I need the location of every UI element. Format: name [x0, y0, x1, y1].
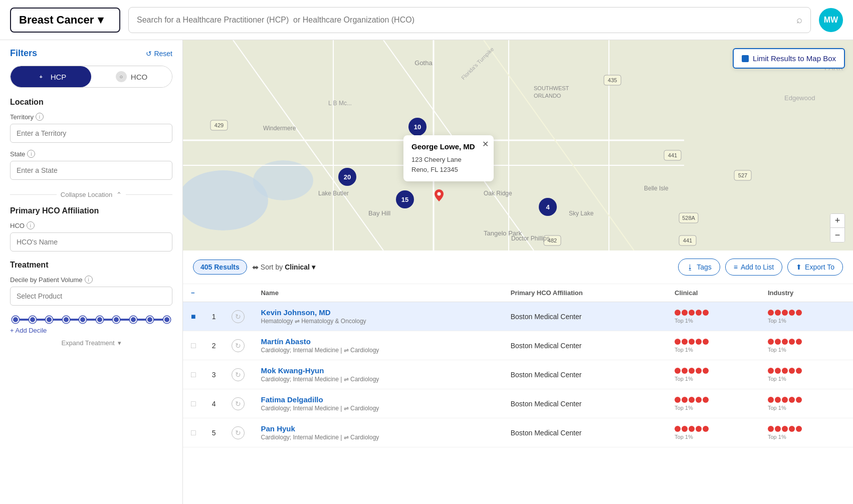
- add-decile-button[interactable]: + Add Decile: [10, 327, 172, 334]
- brand-label: Breast Cancer: [19, 14, 94, 27]
- slider-dot-7[interactable]: [113, 316, 120, 323]
- table-body: ■1↻Kevin Johnson, MDHematology ⇌ Hematol…: [183, 302, 853, 447]
- expand-treatment-button[interactable]: Expand Treatment ▾: [10, 339, 172, 347]
- row-checkbox[interactable]: □: [183, 389, 204, 418]
- add-to-list-button[interactable]: ≡ Add to List: [725, 259, 782, 276]
- profile-circle-icon[interactable]: ↻: [232, 310, 245, 323]
- profile-circle-icon[interactable]: ↻: [232, 426, 245, 439]
- row-name-cell: Martín AbastoCardiology; Internal Medici…: [253, 331, 502, 360]
- doctor-name[interactable]: Fatima Delgadillo: [261, 395, 494, 404]
- map-pin-4[interactable]: 4: [539, 198, 557, 216]
- row-name-cell: Pan HyukCardiology; Internal Medicine | …: [253, 418, 502, 447]
- svg-text:Sky Lake: Sky Lake: [569, 210, 594, 217]
- product-select[interactable]: [10, 287, 172, 306]
- state-input[interactable]: [10, 161, 172, 180]
- svg-text:ORLANDO: ORLANDO: [534, 93, 561, 99]
- hco-toggle-button[interactable]: ○ HCO: [91, 66, 172, 87]
- slider-dot-5[interactable]: [79, 316, 86, 323]
- zoom-out-button[interactable]: −: [830, 228, 844, 242]
- affiliation-header: Primary HCO Affiliation: [503, 284, 667, 302]
- row-checkbox[interactable]: ■: [183, 302, 204, 331]
- slider-dot-1[interactable]: [12, 316, 19, 323]
- checkbox-checked-icon[interactable]: ■: [191, 312, 196, 321]
- checkbox-unchecked-icon[interactable]: □: [191, 370, 196, 379]
- map-zoom-controls: + −: [830, 213, 845, 242]
- slider-dot-10[interactable]: [163, 316, 170, 323]
- row-icon-header: [224, 284, 253, 302]
- table-row: ■1↻Kevin Johnson, MDHematology ⇌ Hematol…: [183, 302, 853, 331]
- slider-dot-8[interactable]: [130, 316, 137, 323]
- clinical-top-pct: Top 1%: [675, 347, 693, 353]
- collapse-location-button[interactable]: Collapse Location ⌃: [10, 191, 172, 198]
- slider-dot-6[interactable]: [96, 316, 103, 323]
- export-button[interactable]: ⬆ Export To: [787, 259, 843, 276]
- table-row: □4↻Fatima DelgadilloCardiology; Internal…: [183, 389, 853, 418]
- search-input[interactable]: [137, 16, 790, 25]
- list-icon: ≡: [734, 263, 738, 271]
- clinical-top-pct: Top 1%: [675, 405, 693, 411]
- industry-header: Industry: [760, 284, 853, 302]
- hco-name-input[interactable]: [10, 232, 172, 251]
- row-checkbox[interactable]: □: [183, 331, 204, 360]
- doctor-name[interactable]: Martín Abasto: [261, 337, 494, 346]
- slider-dot-4[interactable]: [63, 316, 70, 323]
- svg-point-2: [253, 160, 313, 200]
- row-clinical-score: Top 1%: [667, 360, 760, 389]
- doctor-name[interactable]: Mok Kwang-Hyun: [261, 366, 494, 375]
- checkbox-unchecked-icon[interactable]: □: [191, 399, 196, 408]
- svg-text:Windermere: Windermere: [263, 125, 296, 132]
- decile-slider[interactable]: [10, 319, 172, 321]
- reset-button[interactable]: ↺ Reset: [146, 50, 172, 58]
- row-circle-icon[interactable]: ↻: [224, 389, 253, 418]
- doctor-name[interactable]: Pan Hyuk: [261, 424, 494, 433]
- map-container: Gotha Windermere Lake Butler Bay Hill Oa…: [183, 40, 853, 250]
- tag-icon: ⭳: [687, 263, 694, 271]
- clinical-top-pct: Top 1%: [675, 434, 693, 440]
- tags-button[interactable]: ⭳ Tags: [678, 259, 720, 276]
- profile-circle-icon[interactable]: ↻: [232, 339, 245, 352]
- slider-dot-9[interactable]: [146, 316, 153, 323]
- popup-close-button[interactable]: ✕: [482, 139, 489, 149]
- map-pin-15[interactable]: 15: [396, 190, 414, 208]
- top-nav: Breast Cancer ▾ ⌕ MW: [0, 0, 853, 40]
- svg-text:527: 527: [738, 172, 747, 178]
- search-icon[interactable]: ⌕: [796, 14, 802, 26]
- sort-chevron-icon: ▾: [312, 263, 315, 271]
- row-circle-icon[interactable]: ↻: [224, 302, 253, 331]
- profile-circle-icon[interactable]: ↻: [232, 368, 245, 381]
- doctor-name[interactable]: Kevin Johnson, MD: [261, 308, 494, 317]
- svg-text:Belle Isle: Belle Isle: [644, 185, 669, 192]
- row-affiliation: Boston Medical Center: [503, 302, 667, 331]
- row-clinical-score: Top 1%: [667, 302, 760, 331]
- row-name-cell: Kevin Johnson, MDHematology ⇌ Hematology…: [253, 302, 502, 331]
- hcp-icon: +: [36, 71, 47, 82]
- select-all-icon[interactable]: −: [191, 289, 195, 297]
- limit-results-button[interactable]: Limit Results to Map Box: [733, 48, 845, 69]
- table-row: □3↻Mok Kwang-HyunCardiology; Internal Me…: [183, 360, 853, 389]
- slider-dot-2[interactable]: [29, 316, 36, 323]
- brand-dropdown[interactable]: Breast Cancer ▾: [10, 8, 120, 33]
- row-circle-icon[interactable]: ↻: [224, 418, 253, 447]
- row-checkbox[interactable]: □: [183, 360, 204, 389]
- row-number: 3: [204, 360, 224, 389]
- row-circle-icon[interactable]: ↻: [224, 360, 253, 389]
- map-pin-10[interactable]: 10: [408, 118, 426, 136]
- row-number: 5: [204, 418, 224, 447]
- zoom-in-button[interactable]: +: [830, 214, 844, 228]
- profile-circle-icon[interactable]: ↻: [232, 397, 245, 410]
- avatar[interactable]: MW: [819, 8, 843, 32]
- row-affiliation: Boston Medical Center: [503, 360, 667, 389]
- row-circle-icon[interactable]: ↻: [224, 331, 253, 360]
- sidebar-header: Filters ↺ Reset: [10, 48, 172, 59]
- map-pin-20[interactable]: 20: [338, 168, 356, 186]
- territory-input[interactable]: [10, 124, 172, 143]
- slider-dot-3[interactable]: [46, 316, 53, 323]
- sort-value-button[interactable]: Clinical ▾: [285, 263, 315, 271]
- hcp-toggle-button[interactable]: + HCP: [11, 66, 91, 87]
- row-name-cell: Fatima DelgadilloCardiology; Internal Me…: [253, 389, 502, 418]
- checkbox-unchecked-icon[interactable]: □: [191, 428, 196, 437]
- checkbox-unchecked-icon[interactable]: □: [191, 341, 196, 350]
- svg-text:Gotha: Gotha: [414, 59, 433, 67]
- state-info-icon: i: [27, 150, 35, 158]
- row-checkbox[interactable]: □: [183, 418, 204, 447]
